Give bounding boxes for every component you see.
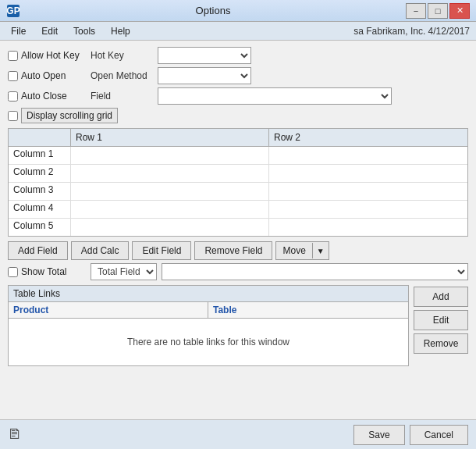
allow-hot-key-checkbox[interactable] bbox=[8, 51, 18, 61]
hot-key-dropdown[interactable] bbox=[158, 47, 251, 64]
table-links-empty-message: There are no table links for this window bbox=[9, 319, 408, 365]
show-total-row: Show Total Total Field bbox=[8, 263, 468, 280]
columns-grid: Row 1 Row 2 Column 1 Column 2 Column 3 C… bbox=[8, 128, 468, 237]
display-scrolling-row: Display scrolling grid bbox=[8, 108, 468, 123]
auto-open-row: Auto Open Open Method bbox=[8, 67, 468, 84]
minimize-button[interactable]: − bbox=[406, 3, 426, 19]
menu-bar: File Edit Tools Help sa Fabrikam, Inc. 4… bbox=[0, 22, 476, 41]
col2-row1[interactable] bbox=[71, 165, 269, 182]
restore-button[interactable]: □ bbox=[428, 3, 448, 19]
auto-close-row: Auto Close Field bbox=[8, 87, 468, 105]
menu-edit[interactable]: Edit bbox=[34, 24, 66, 38]
auto-close-dropdown[interactable] bbox=[158, 87, 392, 105]
main-content: Allow Hot Key Hot Key Auto Open Open Met… bbox=[0, 41, 476, 402]
menu-items: File Edit Tools Help bbox=[3, 24, 138, 38]
bottom-icon: 🖹 bbox=[8, 426, 22, 443]
grid-header-row1: Row 1 bbox=[71, 129, 269, 146]
col1-row1[interactable] bbox=[71, 147, 269, 164]
display-scrolling-checkbox[interactable] bbox=[8, 111, 18, 121]
col4-row1[interactable] bbox=[71, 201, 269, 218]
display-scrolling-label[interactable]: Display scrolling grid bbox=[8, 108, 118, 123]
col3-label: Column 3 bbox=[9, 183, 71, 200]
menu-tools[interactable]: Tools bbox=[66, 24, 103, 38]
close-button[interactable]: ✕ bbox=[449, 3, 470, 19]
total-field-dropdown[interactable]: Total Field bbox=[91, 263, 157, 280]
table-row: Column 3 bbox=[9, 183, 467, 201]
table-row: Column 5 bbox=[9, 219, 467, 236]
auto-open-checkbox[interactable] bbox=[8, 71, 18, 81]
title-bar-left: GP bbox=[6, 4, 20, 18]
display-scrolling-grid-button[interactable]: Display scrolling grid bbox=[21, 108, 118, 123]
allow-hot-key-label[interactable]: Allow Hot Key bbox=[8, 50, 86, 61]
show-total-label[interactable]: Show Total bbox=[8, 266, 86, 277]
auto-open-label[interactable]: Auto Open bbox=[8, 70, 86, 81]
add-field-button[interactable]: Add Field bbox=[8, 241, 68, 260]
col5-label: Column 5 bbox=[9, 219, 71, 236]
remove-table-link-button[interactable]: Remove bbox=[414, 333, 468, 354]
table-links-section: Table Links Product Table There are no t… bbox=[8, 285, 468, 366]
hot-key-field-label: Hot Key bbox=[91, 50, 153, 61]
open-method-dropdown[interactable] bbox=[158, 67, 251, 84]
table-links-panel: Table Links Product Table There are no t… bbox=[8, 285, 409, 366]
edit-field-button[interactable]: Edit Field bbox=[132, 241, 191, 260]
remove-field-button[interactable]: Remove Field bbox=[194, 241, 272, 260]
field-action-buttons: Add Field Add Calc Edit Field Remove Fie… bbox=[8, 241, 468, 260]
grid-header-row2: Row 2 bbox=[269, 129, 467, 146]
table-header: Table bbox=[208, 302, 408, 318]
grid-header-row: Row 1 Row 2 bbox=[9, 129, 467, 147]
table-row: Column 4 bbox=[9, 201, 467, 219]
product-header: Product bbox=[9, 302, 208, 318]
app-icon: GP bbox=[6, 4, 20, 18]
move-label: Move bbox=[276, 243, 312, 258]
col3-row2[interactable] bbox=[269, 183, 467, 200]
table-links-header: Table Links bbox=[9, 286, 408, 302]
col1-row2[interactable] bbox=[269, 147, 467, 164]
col2-label: Column 2 bbox=[9, 165, 71, 182]
svg-text:GP: GP bbox=[6, 5, 20, 16]
auto-close-field-label: Field bbox=[91, 91, 153, 102]
window-controls: − □ ✕ bbox=[406, 3, 470, 19]
cancel-button[interactable]: Cancel bbox=[410, 425, 468, 445]
move-dropdown-arrow[interactable]: ▼ bbox=[313, 244, 329, 258]
add-table-link-button[interactable]: Add bbox=[414, 287, 468, 307]
col2-row2[interactable] bbox=[269, 165, 467, 182]
move-button[interactable]: Move ▼ bbox=[275, 241, 329, 260]
table-links-grid-header: Product Table bbox=[9, 302, 408, 319]
col4-row2[interactable] bbox=[269, 201, 467, 218]
add-calc-button[interactable]: Add Calc bbox=[71, 241, 130, 260]
bottom-bar: 🖹 Save Cancel bbox=[0, 419, 476, 449]
col5-row1[interactable] bbox=[71, 219, 269, 236]
edit-table-link-button[interactable]: Edit bbox=[414, 310, 468, 330]
bottom-buttons: Save Cancel bbox=[353, 425, 468, 445]
show-total-checkbox[interactable] bbox=[8, 267, 18, 277]
col5-row2[interactable] bbox=[269, 219, 467, 236]
title-bar: GP Options − □ ✕ bbox=[0, 0, 476, 22]
window-title: Options bbox=[20, 5, 406, 16]
auto-close-checkbox[interactable] bbox=[8, 91, 18, 102]
allow-hot-key-row: Allow Hot Key Hot Key bbox=[8, 47, 468, 64]
menu-file[interactable]: File bbox=[3, 24, 34, 38]
grid-header-empty bbox=[9, 129, 71, 146]
table-row: Column 1 bbox=[9, 147, 467, 165]
user-info: sa Fabrikam, Inc. 4/12/2017 bbox=[353, 26, 473, 37]
open-method-field-label: Open Method bbox=[91, 70, 153, 81]
col1-label: Column 1 bbox=[9, 147, 71, 164]
save-button[interactable]: Save bbox=[353, 425, 404, 445]
table-row: Column 2 bbox=[9, 165, 467, 183]
total-field-value-dropdown[interactable] bbox=[162, 263, 468, 280]
auto-close-label[interactable]: Auto Close bbox=[8, 91, 86, 102]
col3-row1[interactable] bbox=[71, 183, 269, 200]
col4-label: Column 4 bbox=[9, 201, 71, 218]
menu-help[interactable]: Help bbox=[103, 24, 138, 38]
table-links-action-buttons: Add Edit Remove bbox=[414, 285, 468, 366]
